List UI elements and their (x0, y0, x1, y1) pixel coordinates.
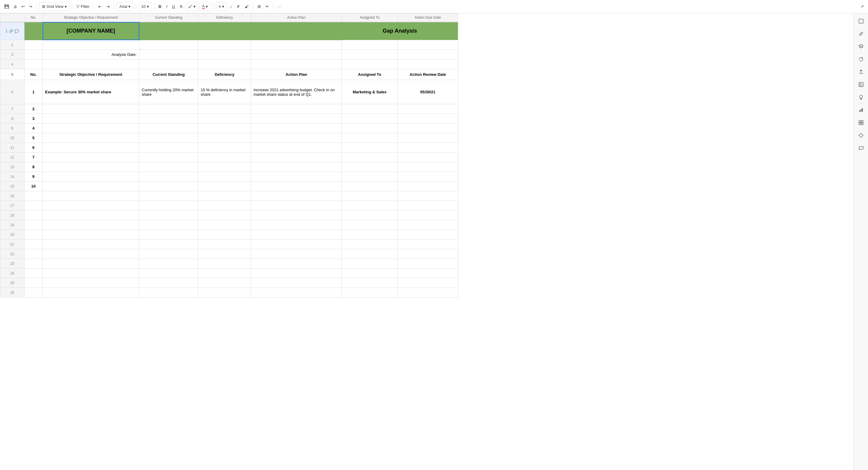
data-assigned-cell[interactable]: Marketing & Sales (342, 80, 398, 104)
row4-no[interactable] (25, 60, 42, 69)
row2-duedate[interactable] (398, 40, 458, 50)
draw-button[interactable]: ✏ (264, 2, 271, 11)
row11-deficiency[interactable] (198, 143, 251, 153)
sidebar-refresh-icon[interactable] (856, 54, 867, 65)
row10-strategic[interactable] (42, 133, 139, 143)
row14-action[interactable] (251, 172, 342, 181)
data-no-cell[interactable]: 1 (25, 80, 42, 104)
row7-duedate[interactable] (398, 104, 458, 114)
col-label-assigned[interactable]: Assigned To (342, 69, 398, 80)
row8-strategic[interactable] (42, 114, 139, 124)
row10-no[interactable]: 5 (25, 133, 42, 143)
sidebar-table-icon[interactable] (856, 79, 867, 90)
row10-standing[interactable] (139, 133, 198, 143)
grid-view-button[interactable]: ⊞ Grid View ▾ (39, 2, 69, 11)
row8-assigned[interactable] (342, 114, 398, 124)
save-button[interactable]: 💾 (2, 2, 11, 11)
indent-decrease-button[interactable]: ⇤ (96, 2, 103, 11)
col-label-deficiency[interactable]: Deficiency (198, 69, 251, 80)
row13-deficiency[interactable] (198, 162, 251, 172)
row12-strategic[interactable] (42, 153, 139, 162)
comment-icon[interactable]: 💬 (14, 29, 19, 33)
row4-strategic[interactable] (42, 60, 139, 69)
data-strategic-cell[interactable]: Example: Secure 30% market share (42, 80, 139, 104)
row12-no[interactable]: 7 (25, 153, 42, 162)
sidebar-upload-icon[interactable] (856, 66, 867, 77)
align-button[interactable]: ≡ ▾ (216, 2, 227, 11)
more-button[interactable]: ··· (276, 2, 283, 11)
row14-strategic[interactable] (42, 172, 139, 181)
row12-standing[interactable] (139, 153, 198, 162)
row3-action[interactable] (251, 50, 342, 60)
analysis-date-cell[interactable]: Analysis Date: (42, 50, 139, 60)
clear-format-button[interactable]: ✗ (235, 2, 242, 11)
sidebar-layers-icon[interactable] (856, 41, 867, 52)
row9-assigned[interactable] (342, 124, 398, 133)
data-standing-cell[interactable]: Currently holding 20% market share (139, 80, 198, 104)
row9-action[interactable] (251, 124, 342, 133)
row3-assigned[interactable] (342, 50, 398, 60)
sidebar-link-icon[interactable] (856, 28, 867, 39)
row13-assigned[interactable] (342, 162, 398, 172)
row10-assigned[interactable] (342, 133, 398, 143)
row7-strategic[interactable] (42, 104, 139, 114)
row14-no[interactable]: 9 (25, 172, 42, 181)
row13-action[interactable] (251, 162, 342, 172)
company-name-cell[interactable]: [COMPANY NAME] (42, 22, 139, 40)
row7-deficiency[interactable] (198, 104, 251, 114)
row7-assigned[interactable] (342, 104, 398, 114)
row13-strategic[interactable] (42, 162, 139, 172)
row9-strategic[interactable] (42, 124, 139, 133)
row3-no[interactable] (25, 50, 42, 60)
row13-no[interactable]: 8 (25, 162, 42, 172)
data-action-cell[interactable]: Increase 2021 advertising budget. Check … (251, 80, 342, 104)
row2-no[interactable] (25, 40, 42, 50)
print-button[interactable]: 🖨 (11, 2, 19, 11)
row14-deficiency[interactable] (198, 172, 251, 181)
row11-duedate[interactable] (398, 143, 458, 153)
row8-deficiency[interactable] (198, 114, 251, 124)
row4-assigned[interactable] (342, 60, 398, 69)
row9-no[interactable]: 4 (25, 124, 42, 133)
text-color-button[interactable]: A ▾ (199, 2, 211, 11)
col-label-standing[interactable]: Current Standing (139, 69, 198, 80)
font-size-selector[interactable]: 10 ▾ (138, 2, 151, 11)
row11-action[interactable] (251, 143, 342, 153)
row15-strategic[interactable] (42, 181, 139, 191)
row3-duedate[interactable] (398, 50, 458, 60)
row2-standing[interactable] (139, 40, 198, 50)
row15-no[interactable]: 10 (25, 181, 42, 191)
row8-duedate[interactable] (398, 114, 458, 124)
font-selector[interactable]: Arial ▾ (117, 2, 133, 11)
row12-assigned[interactable] (342, 153, 398, 162)
row7-standing[interactable] (139, 104, 198, 114)
data-deficiency-cell[interactable]: 10 % deficiency in market share (198, 80, 251, 104)
row11-assigned[interactable] (342, 143, 398, 153)
row13-duedate[interactable] (398, 162, 458, 172)
row12-action[interactable] (251, 153, 342, 162)
row9-duedate[interactable] (398, 124, 458, 133)
row15-assigned[interactable] (342, 181, 398, 191)
row11-standing[interactable] (139, 143, 198, 153)
row15-deficiency[interactable] (198, 181, 251, 191)
sidebar-panel-icon[interactable] (856, 16, 867, 27)
row12-deficiency[interactable] (198, 153, 251, 162)
col-label-strategic[interactable]: Strategic Objective / Requirement (42, 69, 139, 80)
sheet-area[interactable]: No. Strategic Objective / Requirement Cu… (0, 13, 854, 470)
row13-standing[interactable] (139, 162, 198, 172)
sidebar-chart-icon[interactable] (856, 104, 867, 115)
row15-standing[interactable] (139, 181, 198, 191)
line-spacing-button[interactable]: ↕ (228, 2, 234, 11)
sidebar-chat-icon[interactable] (856, 142, 867, 154)
row8-action[interactable] (251, 114, 342, 124)
row7-action[interactable] (251, 104, 342, 114)
row14-assigned[interactable] (342, 172, 398, 181)
underline-button[interactable]: U (170, 2, 177, 11)
highlight-button[interactable]: 🖊 ▾ (186, 2, 198, 11)
format-painter-button[interactable]: 🖌 (243, 2, 251, 11)
redo-button[interactable]: ↪ (27, 2, 34, 11)
sidebar-grid-icon[interactable] (856, 117, 867, 128)
indent-increase-button[interactable]: ⇥ (104, 2, 112, 11)
undo-button[interactable]: ↩ (20, 2, 27, 11)
row12-duedate[interactable] (398, 153, 458, 162)
